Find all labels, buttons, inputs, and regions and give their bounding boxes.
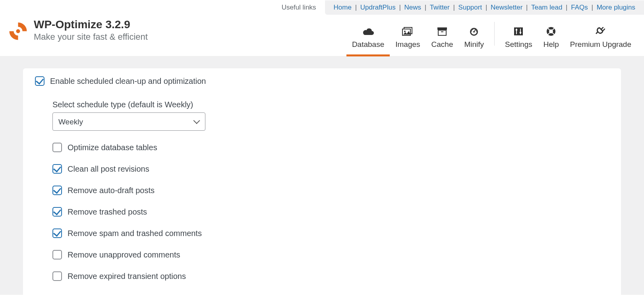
- sub-options: Optimize database tables Clean all post …: [52, 143, 609, 281]
- checkbox-remove-unapproved[interactable]: [52, 250, 62, 259]
- option-label: Clean all post revisions: [68, 165, 149, 174]
- option-remove-auto-draft: Remove auto-draft posts: [52, 186, 609, 195]
- link-home[interactable]: Home: [334, 4, 352, 11]
- tab-minify[interactable]: Minify: [458, 19, 489, 56]
- separator: |: [453, 4, 454, 11]
- tab-label: Database: [352, 40, 384, 49]
- svg-point-18: [520, 32, 522, 34]
- images-icon: [402, 26, 414, 37]
- option-remove-unapproved: Remove unapproved comments: [52, 250, 609, 259]
- option-label: Remove trashed posts: [68, 207, 147, 217]
- link-news[interactable]: News: [404, 4, 422, 11]
- checkbox-optimize-tables[interactable]: [52, 143, 62, 152]
- plug-icon: [596, 26, 606, 37]
- topbar: Useful links Home | UpdraftPlus | News |…: [0, 0, 644, 15]
- tab-label: Help: [543, 40, 559, 49]
- page-body: Enable scheduled clean-up and optimizati…: [0, 56, 644, 295]
- svg-point-9: [471, 31, 472, 32]
- link-more-plugins[interactable]: More plugins: [597, 4, 635, 11]
- nav-divider: [494, 22, 495, 46]
- sliders-icon: [514, 26, 523, 37]
- schedule-type-label: Select schedule type (default is Weekly): [52, 100, 609, 109]
- option-optimize-tables: Optimize database tables: [52, 143, 609, 152]
- option-label: Optimize database tables: [68, 143, 157, 152]
- schedule-select-wrap: Weekly: [52, 112, 205, 131]
- top-links: Home | UpdraftPlus | News | Twitter | Su…: [325, 0, 644, 15]
- svg-point-10: [476, 31, 477, 32]
- link-newsletter[interactable]: Newsletter: [491, 4, 522, 11]
- svg-point-3: [404, 31, 406, 32]
- svg-point-16: [516, 29, 518, 31]
- schedule-select[interactable]: Weekly: [52, 112, 205, 131]
- option-label: Remove spam and trashed comments: [68, 229, 202, 238]
- link-faqs[interactable]: FAQs: [571, 4, 588, 11]
- svg-rect-5: [438, 30, 446, 35]
- cloud-icon: [362, 26, 374, 37]
- option-enable-scheduled: Enable scheduled clean-up and optimizati…: [35, 76, 609, 86]
- brand: WP-Optimize 3.2.9 Make your site fast & …: [7, 19, 148, 42]
- separator: |: [355, 4, 357, 11]
- archive-icon: [437, 26, 447, 37]
- separator: |: [526, 4, 528, 11]
- svg-rect-6: [441, 31, 443, 32]
- nav-tabs: Database Images Cache Minify Settings: [346, 19, 637, 56]
- tab-premium[interactable]: Premium Upgrade: [565, 19, 637, 56]
- tab-label: Cache: [431, 40, 453, 49]
- option-label: Remove expired transient options: [68, 272, 186, 281]
- checkbox-remove-transients[interactable]: [52, 271, 62, 281]
- option-label: Remove unapproved comments: [68, 250, 180, 259]
- tab-label: Images: [395, 40, 420, 49]
- schedule-block: Select schedule type (default is Weekly)…: [52, 100, 609, 131]
- tab-label: Minify: [464, 40, 484, 49]
- link-support[interactable]: Support: [458, 4, 482, 11]
- svg-point-13: [473, 31, 475, 33]
- svg-rect-4: [437, 27, 447, 30]
- svg-line-22: [603, 29, 605, 31]
- separator: |: [485, 4, 487, 11]
- useful-links-label: Useful links: [282, 4, 325, 12]
- option-clean-revisions: Clean all post revisions: [52, 164, 609, 174]
- checkbox-remove-auto-draft[interactable]: [52, 186, 62, 195]
- option-label: Remove auto-draft posts: [68, 186, 155, 195]
- svg-line-21: [601, 27, 603, 29]
- svg-point-0: [16, 29, 20, 33]
- separator: |: [399, 4, 400, 11]
- checkbox-remove-trashed-posts[interactable]: [52, 207, 62, 217]
- option-remove-trashed-posts: Remove trashed posts: [52, 207, 609, 217]
- option-remove-spam: Remove spam and trashed comments: [52, 228, 609, 238]
- tab-images[interactable]: Images: [390, 19, 425, 56]
- checkbox-clean-revisions[interactable]: [52, 164, 62, 174]
- tab-cache[interactable]: Cache: [426, 19, 459, 56]
- brand-title: WP-Optimize 3.2.9: [34, 19, 148, 31]
- tab-label: Premium Upgrade: [570, 40, 631, 49]
- checkbox-enable-scheduled[interactable]: [35, 76, 44, 86]
- link-twitter[interactable]: Twitter: [430, 4, 450, 11]
- lifebuoy-icon: [546, 26, 556, 37]
- link-team-lead[interactable]: Team lead: [531, 4, 562, 11]
- separator: |: [425, 4, 426, 11]
- svg-rect-14: [514, 27, 523, 35]
- tab-help[interactable]: Help: [538, 19, 565, 56]
- brand-tagline: Make your site fast & efficient: [34, 32, 148, 42]
- separator: |: [592, 4, 593, 11]
- brand-logo-icon: [7, 20, 29, 42]
- option-remove-transients: Remove expired transient options: [52, 271, 609, 281]
- separator: |: [566, 4, 567, 11]
- link-updraftplus[interactable]: UpdraftPlus: [360, 4, 396, 11]
- option-label: Enable scheduled clean-up and optimizati…: [50, 77, 206, 86]
- checkbox-remove-spam[interactable]: [52, 228, 62, 238]
- header: WP-Optimize 3.2.9 Make your site fast & …: [0, 15, 644, 56]
- tab-settings[interactable]: Settings: [499, 19, 538, 56]
- settings-panel: Enable scheduled clean-up and optimizati…: [23, 68, 621, 302]
- gauge-icon: [469, 26, 479, 37]
- tab-label: Settings: [505, 40, 532, 49]
- svg-point-11: [472, 29, 474, 30]
- brand-text: WP-Optimize 3.2.9 Make your site fast & …: [34, 19, 148, 42]
- tab-database[interactable]: Database: [346, 19, 390, 56]
